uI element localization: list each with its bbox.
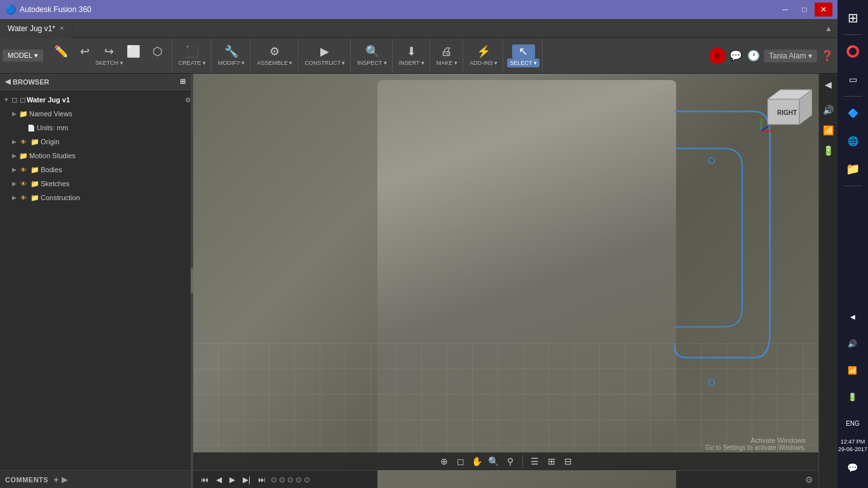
create-icon-btn[interactable]: ⬛ <box>180 44 203 58</box>
tab-close-icon[interactable]: ✕ <box>59 25 64 32</box>
folder-taskbar-icon[interactable]: 📁 <box>840 156 865 182</box>
bodies-folder-icon: 📁 <box>31 166 39 174</box>
comments-add-icon[interactable]: + <box>53 475 59 485</box>
app-logo: 🔵 <box>5 4 16 15</box>
sketch-label-btn[interactable]: SKETCH ▾ <box>93 58 126 67</box>
timeline-icon[interactable]: ⊙ <box>271 475 277 484</box>
collapse-right-icon[interactable]: ◀ <box>820 76 837 93</box>
pan-btn[interactable]: ✋ <box>470 454 484 468</box>
language-indicator[interactable]: ENG <box>840 411 865 437</box>
wifi-icon[interactable]: 📶 <box>820 122 837 139</box>
named-views-folder-icon: 📁 <box>19 110 28 118</box>
edge-toggle-btn[interactable]: ⊟ <box>561 454 575 468</box>
add-ins-label-btn[interactable]: ADD-INS ▾ <box>467 58 501 67</box>
sketches-vis-icon[interactable]: 👁 <box>19 180 28 187</box>
add-ins-icon-btn[interactable]: ⚡ <box>472 44 495 58</box>
tree-item-bodies[interactable]: ▶ 👁 📁 Bodies <box>0 163 191 177</box>
make-icon-btn[interactable]: 🖨 <box>435 44 458 58</box>
inspect-icon-btn[interactable]: 🔍 <box>361 44 384 58</box>
cortana-icon[interactable]: ⭕ <box>840 39 865 64</box>
redo-btn[interactable]: ↪ <box>98 44 121 58</box>
browser-collapse-icon[interactable]: ◀ <box>5 78 10 86</box>
select-label-btn[interactable]: SELECT ▾ <box>507 58 539 67</box>
construction-vis-icon[interactable]: 👁 <box>19 194 28 201</box>
add-ins-group: ⚡ ADD-INS ▾ <box>465 39 504 73</box>
notification-icon[interactable]: 💬 <box>840 455 865 480</box>
titlebar: 🔵 Autodesk Fusion 360 ─ □ ✕ <box>0 0 837 19</box>
inspect-label-btn[interactable]: INSPECT ▾ <box>355 58 389 67</box>
motion-studies-label: Motion Studies <box>29 152 76 159</box>
volume-icon[interactable]: 🔊 <box>820 102 837 118</box>
battery-taskbar-icon[interactable]: 🔋 <box>840 384 865 410</box>
construct-group: ▶ CONSTRUCT ▾ <box>299 39 351 73</box>
wifi-taskbar-icon[interactable]: 📶 <box>840 358 865 383</box>
root-expand-icon: ▼ <box>3 97 10 103</box>
insert-label-btn[interactable]: INSERT ▾ <box>397 58 427 67</box>
fusion360-taskbar-icon[interactable]: 🔷 <box>840 100 865 126</box>
tree-item-motion-studies[interactable]: ▶ 📁 Motion Studies <box>0 149 191 163</box>
modify-icon-btn[interactable]: 🔧 <box>220 44 243 58</box>
display-settings-btn[interactable]: ☰ <box>528 454 542 468</box>
next-frame-btn[interactable]: ▶| <box>240 474 253 485</box>
grid-toggle-btn[interactable]: ⊞ <box>545 454 559 468</box>
bodies-vis-icon[interactable]: 👁 <box>19 166 28 173</box>
windows-start-icon[interactable]: ⊞ <box>840 5 865 30</box>
construct-icon-btn[interactable]: ▶ <box>313 44 336 58</box>
timeline-icon4[interactable]: ⊙ <box>295 475 302 484</box>
insert-icon-btn[interactable]: ⬇ <box>400 44 423 58</box>
3d-viewport[interactable]: RIGHT Activate Windows Go to Settings to… <box>193 74 818 470</box>
volume-taskbar-icon[interactable]: 🔊 <box>840 331 865 356</box>
record-btn[interactable] <box>709 48 726 64</box>
first-frame-btn[interactable]: ⏮ <box>198 474 211 485</box>
sketches-folder-icon: 📁 <box>31 180 39 188</box>
content-area: ◀ BROWSER ⊞ ▼ ◻ ◻ Water Jug v1 ⚙ <box>0 74 837 488</box>
play-btn[interactable]: ▶ <box>227 474 238 485</box>
comments-bar: COMMENTS + ▶ <box>0 470 191 488</box>
minimize-btn[interactable]: ─ <box>776 3 794 17</box>
surface-btn[interactable]: ⬜ <box>122 44 145 58</box>
sketch-icon-btn[interactable]: ✏️ <box>50 44 72 58</box>
undo-btn[interactable]: ↩ <box>74 44 97 58</box>
timeline-settings-btn[interactable]: ⚙ <box>805 475 813 485</box>
tab-expand-btn[interactable]: ▲ <box>820 24 837 33</box>
user-menu-btn[interactable]: Tania Alam ▾ <box>764 50 817 62</box>
modify-label-btn[interactable]: MODIFY ▾ <box>215 58 247 67</box>
browser-expand-icon[interactable]: ⊞ <box>180 78 186 86</box>
history-icon-btn[interactable]: 🕐 <box>746 48 761 63</box>
chrome-taskbar-icon[interactable]: 🌐 <box>840 128 865 154</box>
tree-root[interactable]: ▼ ◻ ◻ Water Jug v1 ⚙ <box>0 93 191 107</box>
comment-icon-btn[interactable]: 💬 <box>728 48 743 63</box>
task-view-icon[interactable]: ▭ <box>840 67 865 92</box>
prev-frame-btn[interactable]: ◀ <box>214 474 224 485</box>
close-btn[interactable]: ✕ <box>815 3 832 17</box>
timeline-icon2[interactable]: ⊙ <box>279 475 285 484</box>
origin-vis-icon[interactable]: 👁 <box>19 139 28 146</box>
zoom-btn[interactable]: 🔍 <box>487 454 501 468</box>
tree-item-construction[interactable]: ▶ 👁 📁 Construction <box>0 191 191 205</box>
fit-view-btn[interactable]: ⊕ <box>437 454 451 468</box>
tree-item-origin[interactable]: ▶ 👁 📁 Origin <box>0 135 191 149</box>
battery-icon[interactable]: 🔋 <box>820 142 837 159</box>
select-icon-btn[interactable]: ↖ <box>512 44 535 58</box>
timeline-icon5[interactable]: ⊙ <box>304 475 310 484</box>
comments-arrow-icon[interactable]: ▶ <box>62 475 68 484</box>
assemble-label-btn[interactable]: ASSEMBLE ▾ <box>254 58 295 67</box>
tree-item-units[interactable]: 📄 Units: mm <box>0 121 191 135</box>
active-tab[interactable]: Water Jug v1* ✕ <box>0 19 72 38</box>
make-label-btn[interactable]: MAKE ▾ <box>434 58 460 67</box>
tree-item-sketches[interactable]: ▶ 👁 📁 Sketches <box>0 177 191 191</box>
frame-view-btn[interactable]: ◻ <box>454 454 468 468</box>
tree-item-named-views[interactable]: ▶ 📁 Named Views <box>0 107 191 121</box>
system-tray[interactable]: ◀ <box>840 304 865 330</box>
last-frame-btn[interactable]: ⏭ <box>255 474 268 485</box>
model-dropdown-btn[interactable]: MODEL ▾ <box>3 50 43 62</box>
create-label-btn[interactable]: CREATE ▾ <box>176 58 208 67</box>
maximize-btn[interactable]: □ <box>796 3 813 17</box>
search-icon-btn[interactable]: ⚲ <box>503 454 517 468</box>
timeline-icon3[interactable]: ⊙ <box>287 475 294 484</box>
root-settings-icon[interactable]: ⚙ <box>185 97 191 104</box>
construct-label-btn[interactable]: CONSTRUCT ▾ <box>302 58 348 67</box>
help-btn[interactable]: ❓ <box>820 48 835 63</box>
solid-btn[interactable]: ⬡ <box>146 44 169 58</box>
assemble-icon-btn[interactable]: ⚙ <box>263 44 286 58</box>
